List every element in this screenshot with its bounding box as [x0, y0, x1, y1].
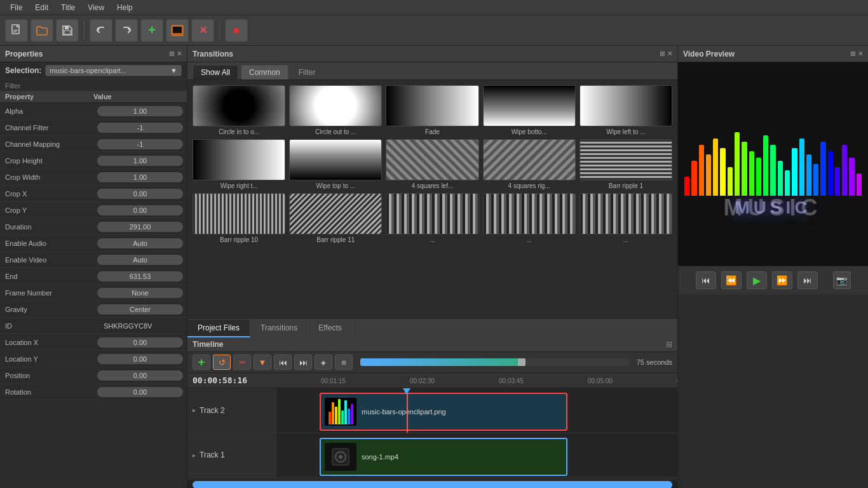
transitions-dock-icon[interactable]: ⊞	[660, 50, 665, 57]
track-content-1[interactable]: song-1.mp4	[276, 433, 677, 478]
redo-button[interactable]	[115, 19, 138, 42]
prop-name: Channel Mapping	[0, 139, 93, 150]
scrubber-thumb[interactable]	[518, 358, 526, 366]
transition-item[interactable]: Wipe left to ...	[580, 85, 672, 135]
prop-value[interactable]: 1.00	[97, 106, 183, 116]
transition-item[interactable]: ...	[580, 193, 672, 243]
preview-close-icon[interactable]: ✕	[858, 50, 863, 57]
prop-row: Location Y 0.00	[0, 351, 187, 367]
clip-track1[interactable]: song-1.mp4	[320, 438, 567, 476]
save-button[interactable]	[56, 19, 79, 42]
prop-value[interactable]: 1.00	[97, 172, 183, 182]
undo-button[interactable]	[90, 19, 112, 42]
dropdown-arrow-icon: ▼	[170, 67, 177, 74]
preview-play-button[interactable]: ▶	[747, 271, 767, 289]
menu-edit[interactable]: Edit	[29, 2, 55, 13]
transition-item[interactable]: Barr ripple 10	[193, 193, 285, 243]
timeline-expand-icon[interactable]: ⊞	[666, 340, 672, 349]
transition-label: Barr ripple 10	[193, 236, 285, 243]
transition-item[interactable]: Barr ripple 11	[289, 193, 382, 243]
transition-item[interactable]: ...	[483, 193, 576, 243]
preview-snapshot-button[interactable]: 📷	[833, 271, 851, 289]
menu-title[interactable]: Title	[55, 2, 81, 13]
bottom-tab-transitions[interactable]: Transitions	[250, 320, 308, 337]
svg-rect-1	[13, 30, 18, 30]
transition-item[interactable]: 4 squares lef...	[386, 139, 478, 189]
prop-value[interactable]: Auto	[97, 255, 183, 265]
prop-name: Alpha	[0, 105, 93, 117]
prop-name: Duration	[0, 221, 93, 233]
music-bar	[813, 164, 818, 196]
music-bar	[857, 173, 862, 196]
prop-value[interactable]: 0.00	[97, 370, 183, 381]
tab-common[interactable]: Common	[241, 65, 288, 79]
prop-name: End	[0, 271, 93, 282]
transition-thumb	[483, 193, 576, 234]
menu-help[interactable]: Help	[111, 2, 139, 13]
open-button[interactable]	[31, 19, 53, 42]
prop-name: ID	[0, 320, 93, 332]
rewind-start-button[interactable]: ⏮	[274, 355, 292, 370]
razor-button[interactable]: ⊜	[335, 355, 353, 370]
timeline-undo-button[interactable]: ↺	[213, 355, 231, 370]
delete-button[interactable]: ✕	[191, 19, 214, 42]
bottom-tab-effects[interactable]: Effects	[308, 320, 352, 337]
add-track-button[interactable]: +	[193, 355, 210, 370]
preview-rewind-button[interactable]: ⏪	[721, 271, 742, 289]
timeline-scrollbar[interactable]	[187, 480, 677, 488]
record-button[interactable]: ●	[225, 19, 248, 42]
scrollbar-fill	[193, 481, 672, 488]
prop-value[interactable]: 0.00	[97, 387, 183, 397]
properties-dock-icon[interactable]: ⊞	[169, 50, 174, 57]
prop-value[interactable]: Center	[97, 304, 183, 315]
export-button[interactable]	[166, 19, 189, 42]
center-button[interactable]: ◈	[315, 355, 332, 370]
clip-track2[interactable]: music-bars-openclipart.png	[320, 393, 567, 431]
prop-value[interactable]: 1.00	[97, 156, 183, 166]
prop-value[interactable]: -1	[97, 139, 183, 149]
transition-item[interactable]: Barr ripple 1	[580, 139, 672, 189]
playhead[interactable]	[407, 388, 408, 433]
preview-forward-end-button[interactable]: ⏭	[797, 271, 818, 289]
timeline-scrubber[interactable]	[360, 358, 629, 366]
transition-item[interactable]: Wipe top to ...	[289, 139, 382, 189]
track-content-2[interactable]: music-bars-openclipart.png	[276, 388, 677, 433]
tab-filter[interactable]: Filter	[291, 65, 323, 79]
prop-value[interactable]: 631.53	[97, 271, 183, 281]
tracks-ruler: 00:00:58:16 00:01:15 00:02:30 00:03:45 0…	[187, 373, 677, 388]
prop-row: Rotation 0.00	[0, 384, 187, 400]
menu-view[interactable]: View	[81, 2, 111, 13]
transitions-close-icon[interactable]: ✕	[667, 50, 672, 57]
prop-value[interactable]: 0.00	[97, 354, 183, 364]
transition-item[interactable]: Wipe right t...	[193, 139, 285, 189]
music-bar	[770, 145, 775, 196]
prop-value[interactable]: 0.00	[97, 189, 183, 199]
transition-item[interactable]: Fade	[386, 85, 478, 135]
prop-value[interactable]: SHKRGGYC8V	[97, 321, 183, 331]
prop-value[interactable]: 0.00	[97, 337, 183, 348]
tab-show-all[interactable]: Show All	[193, 65, 238, 79]
menu-file[interactable]: File	[4, 2, 29, 13]
prop-value[interactable]: Auto	[97, 238, 183, 248]
prop-value[interactable]: 0.00	[97, 205, 183, 215]
music-bar	[699, 145, 704, 196]
new-button[interactable]	[5, 19, 28, 42]
prop-value[interactable]: None	[97, 288, 183, 298]
transition-item[interactable]: Circle out to ...	[289, 85, 382, 135]
preview-rewind-start-button[interactable]: ⏮	[696, 271, 716, 289]
transition-item[interactable]: Wipe botto...	[483, 85, 576, 135]
selection-dropdown[interactable]: music-bars-openclipart... ▼	[45, 65, 182, 76]
transition-item[interactable]: ...	[386, 193, 478, 243]
preview-fast-forward-button[interactable]: ⏩	[772, 271, 792, 289]
preview-dock-icon[interactable]: ⊞	[850, 50, 855, 57]
fast-forward-end-button[interactable]: ⏭	[294, 355, 312, 370]
bottom-tab-project-files[interactable]: Project Files	[187, 320, 250, 337]
filter-button[interactable]: ▼	[254, 355, 271, 370]
prop-value[interactable]: 291.00	[97, 222, 183, 232]
prop-value[interactable]: -1	[97, 123, 183, 133]
cut-button[interactable]: ✂	[233, 355, 251, 370]
transition-item[interactable]: Circle in to o...	[193, 85, 285, 135]
add-clip-button[interactable]: +	[140, 19, 163, 42]
transition-item[interactable]: 4 squares rig...	[483, 139, 576, 189]
properties-close-icon[interactable]: ✕	[177, 50, 182, 57]
